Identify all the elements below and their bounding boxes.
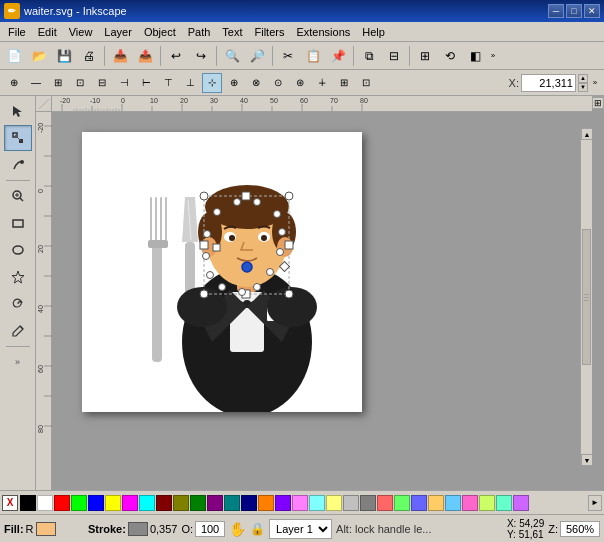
maximize-button[interactable]: □: [566, 4, 582, 18]
snap-tool-3[interactable]: ⊞: [48, 73, 68, 93]
save-button[interactable]: 💾: [52, 44, 76, 68]
palette-right-arrow[interactable]: ►: [588, 495, 602, 511]
color-swatch[interactable]: [105, 495, 121, 511]
menu-text[interactable]: Text: [216, 23, 248, 41]
paste-button[interactable]: 📌: [326, 44, 350, 68]
hand-tool-icon[interactable]: ✋: [229, 521, 246, 537]
color-swatch[interactable]: [207, 495, 223, 511]
zoom-out-button[interactable]: 🔎: [245, 44, 269, 68]
pencil-tool[interactable]: [4, 318, 32, 344]
snap-tool-16[interactable]: ⊞: [334, 73, 354, 93]
export-button[interactable]: 📤: [133, 44, 157, 68]
color-swatch[interactable]: [428, 495, 444, 511]
star-tool[interactable]: [4, 264, 32, 290]
redo-button[interactable]: ↪: [189, 44, 213, 68]
copy-button[interactable]: 📋: [301, 44, 325, 68]
color-swatch[interactable]: [258, 495, 274, 511]
right-scrollbar[interactable]: ▲ ▼: [580, 128, 592, 466]
undo-button[interactable]: ↩: [164, 44, 188, 68]
snap-tool-12[interactable]: ⊗: [246, 73, 266, 93]
color-swatch[interactable]: [122, 495, 138, 511]
color-swatch[interactable]: [156, 495, 172, 511]
stroke-color-swatch[interactable]: [128, 522, 148, 536]
title-bar-controls[interactable]: ─ □ ✕: [548, 4, 600, 18]
no-color-swatch[interactable]: X: [2, 495, 18, 511]
scroll-thumb[interactable]: [582, 229, 591, 364]
snap-tool-5[interactable]: ⊟: [92, 73, 112, 93]
snap-overflow[interactable]: »: [590, 71, 600, 95]
menu-view[interactable]: View: [63, 23, 99, 41]
snap-tool-15[interactable]: ∔: [312, 73, 332, 93]
color-swatch[interactable]: [37, 495, 53, 511]
color-swatch[interactable]: [71, 495, 87, 511]
color-swatch[interactable]: [190, 495, 206, 511]
color-swatch[interactable]: [394, 495, 410, 511]
snap-tool-1[interactable]: ⊕: [4, 73, 24, 93]
zoom-in-button[interactable]: 🔍: [220, 44, 244, 68]
color-swatch[interactable]: [360, 495, 376, 511]
menu-help[interactable]: Help: [356, 23, 391, 41]
x-up-arrow[interactable]: ▲: [578, 74, 588, 83]
spiral-tool[interactable]: [4, 291, 32, 317]
zoom-tool[interactable]: [4, 183, 32, 209]
color-swatch[interactable]: [445, 495, 461, 511]
canvas-container[interactable]: -20 -10 0 10 20 30 40 50 60: [36, 96, 604, 490]
minimize-button[interactable]: ─: [548, 4, 564, 18]
color-swatch[interactable]: [377, 495, 393, 511]
rect-tool[interactable]: [4, 210, 32, 236]
color-swatch[interactable]: [411, 495, 427, 511]
menu-file[interactable]: File: [2, 23, 32, 41]
color-swatch[interactable]: [479, 495, 495, 511]
color-swatch[interactable]: [224, 495, 240, 511]
menu-object[interactable]: Object: [138, 23, 182, 41]
menu-path[interactable]: Path: [182, 23, 217, 41]
import-button[interactable]: 📥: [108, 44, 132, 68]
snap-tool-4[interactable]: ⊡: [70, 73, 90, 93]
toolbar-overflow[interactable]: »: [488, 44, 498, 68]
menu-extensions[interactable]: Extensions: [290, 23, 356, 41]
snap-tool-7[interactable]: ⊢: [136, 73, 156, 93]
drawing-area[interactable]: ▲ ▼: [52, 112, 592, 478]
color-swatch[interactable]: [309, 495, 325, 511]
color-swatch[interactable]: [241, 495, 257, 511]
group-button[interactable]: ⧉: [357, 44, 381, 68]
node-tool[interactable]: [4, 125, 32, 151]
menu-edit[interactable]: Edit: [32, 23, 63, 41]
print-button[interactable]: 🖨: [77, 44, 101, 68]
select-tool[interactable]: [4, 98, 32, 124]
tweak-tool[interactable]: [4, 152, 32, 178]
cut-button[interactable]: ✂: [276, 44, 300, 68]
snap-tool-6[interactable]: ⊣: [114, 73, 134, 93]
color-swatch[interactable]: [326, 495, 342, 511]
close-button[interactable]: ✕: [584, 4, 600, 18]
snap-tool-17[interactable]: ⊡: [356, 73, 376, 93]
snap-tool-2[interactable]: —: [26, 73, 46, 93]
color-swatch[interactable]: [275, 495, 291, 511]
opacity-input[interactable]: [195, 521, 225, 537]
color-swatch[interactable]: [20, 495, 36, 511]
color-swatch[interactable]: [462, 495, 478, 511]
ellipse-tool[interactable]: [4, 237, 32, 263]
color-swatch[interactable]: [173, 495, 189, 511]
x-down-arrow[interactable]: ▼: [578, 83, 588, 92]
x-input[interactable]: [521, 74, 576, 92]
color-swatch[interactable]: [513, 495, 529, 511]
color-swatch[interactable]: [139, 495, 155, 511]
color-swatch[interactable]: [343, 495, 359, 511]
snap-tool-13[interactable]: ⊙: [268, 73, 288, 93]
x-arrows[interactable]: ▲ ▼: [578, 74, 588, 92]
new-button[interactable]: 📄: [2, 44, 26, 68]
color-swatch[interactable]: [292, 495, 308, 511]
snap-tool-9[interactable]: ⊥: [180, 73, 200, 93]
zoom-input[interactable]: [560, 521, 600, 537]
menu-layer[interactable]: Layer: [98, 23, 138, 41]
menu-filters[interactable]: Filters: [249, 23, 291, 41]
ungroup-button[interactable]: ⊟: [382, 44, 406, 68]
color-swatch[interactable]: [54, 495, 70, 511]
fill-color-swatch[interactable]: [36, 522, 56, 536]
fill-stroke-button[interactable]: ◧: [463, 44, 487, 68]
open-button[interactable]: 📂: [27, 44, 51, 68]
scroll-up-button[interactable]: ▲: [581, 128, 592, 140]
snap-tool-14[interactable]: ⊛: [290, 73, 310, 93]
expand-tool[interactable]: »: [4, 349, 32, 375]
